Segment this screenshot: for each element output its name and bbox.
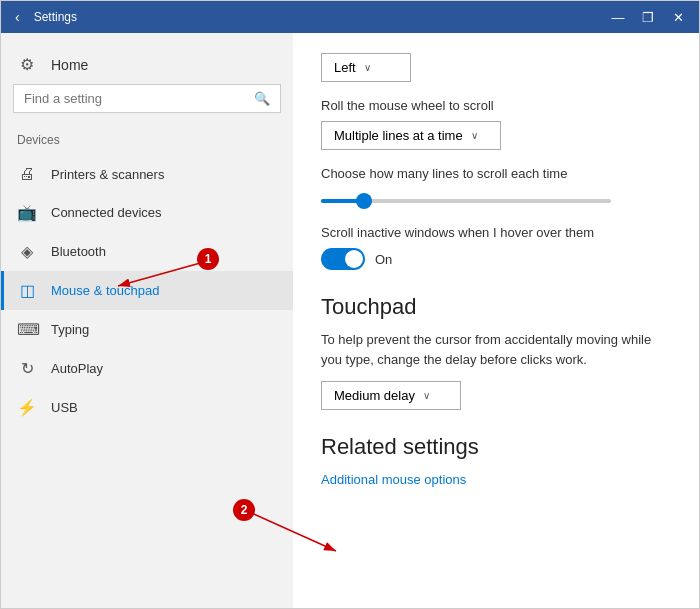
sidebar-item-autoplay[interactable]: ↻ AutoPlay	[1, 349, 293, 388]
window-controls: — ❐ ✕	[605, 7, 691, 27]
inactive-toggle-row: On	[321, 248, 671, 270]
inactive-label: Scroll inactive windows when I hover ove…	[321, 225, 671, 240]
search-icon: 🔍	[254, 91, 270, 106]
scroll-label: Roll the mouse wheel to scroll	[321, 98, 671, 113]
sidebar-item-mouse[interactable]: ◫ Mouse & touchpad	[1, 271, 293, 310]
main-content: Left ∨ Roll the mouse wheel to scroll Mu…	[293, 33, 699, 608]
sidebar-item-typing[interactable]: ⌨ Typing	[1, 310, 293, 349]
home-icon: ⚙	[17, 55, 37, 74]
usb-label: USB	[51, 400, 78, 415]
connected-icon: 📺	[17, 203, 37, 222]
sidebar-item-printers[interactable]: 🖨 Printers & scanners	[1, 155, 293, 193]
printers-label: Printers & scanners	[51, 167, 164, 182]
search-box[interactable]: 🔍	[13, 84, 281, 113]
button-select-dropdown[interactable]: Left ∨	[321, 53, 411, 82]
window-title: Settings	[34, 10, 77, 24]
usb-icon: ⚡	[17, 398, 37, 417]
toggle-state-label: On	[375, 252, 392, 267]
sidebar-item-home[interactable]: ⚙ Home	[1, 45, 293, 84]
button-select-value: Left	[334, 60, 356, 75]
delay-dropdown[interactable]: Medium delay ∨	[321, 381, 461, 410]
section-label: Devices	[1, 129, 293, 155]
bluetooth-label: Bluetooth	[51, 244, 106, 259]
button-select-arrow-icon: ∨	[364, 62, 371, 73]
lines-slider[interactable]	[321, 189, 671, 207]
scroll-option-value: Multiple lines at a time	[334, 128, 463, 143]
content-area: ⚙ Home 🔍 Devices 🖨 Printers & scanners 📺…	[1, 33, 699, 608]
sidebar-item-usb[interactable]: ⚡ USB	[1, 388, 293, 427]
minimize-button[interactable]: —	[605, 7, 631, 27]
bluetooth-icon: ◈	[17, 242, 37, 261]
titlebar: ‹ Settings — ❐ ✕	[1, 1, 699, 33]
titlebar-left: ‹ Settings	[9, 7, 77, 27]
connected-label: Connected devices	[51, 205, 162, 220]
mouse-icon: ◫	[17, 281, 37, 300]
scroll-option-arrow-icon: ∨	[471, 130, 478, 141]
mouse-label: Mouse & touchpad	[51, 283, 159, 298]
typing-label: Typing	[51, 322, 89, 337]
touchpad-title: Touchpad	[321, 294, 671, 320]
autoplay-label: AutoPlay	[51, 361, 103, 376]
sidebar-item-connected[interactable]: 📺 Connected devices	[1, 193, 293, 232]
printers-icon: 🖨	[17, 165, 37, 183]
related-settings-title: Related settings	[321, 434, 671, 460]
sidebar: ⚙ Home 🔍 Devices 🖨 Printers & scanners 📺…	[1, 33, 293, 608]
typing-icon: ⌨	[17, 320, 37, 339]
back-button[interactable]: ‹	[9, 7, 26, 27]
lines-label: Choose how many lines to scroll each tim…	[321, 166, 671, 181]
sidebar-item-bluetooth[interactable]: ◈ Bluetooth	[1, 232, 293, 271]
touchpad-desc: To help prevent the cursor from accident…	[321, 330, 671, 369]
delay-value: Medium delay	[334, 388, 415, 403]
scroll-option-dropdown[interactable]: Multiple lines at a time ∨	[321, 121, 501, 150]
search-input[interactable]	[24, 91, 246, 106]
autoplay-icon: ↻	[17, 359, 37, 378]
toggle-knob	[345, 250, 363, 268]
maximize-button[interactable]: ❐	[635, 7, 661, 27]
inactive-toggle[interactable]	[321, 248, 365, 270]
home-label: Home	[51, 57, 88, 73]
additional-mouse-link[interactable]: Additional mouse options	[321, 472, 466, 487]
delay-arrow-icon: ∨	[423, 390, 430, 401]
slider-thumb[interactable]	[356, 193, 372, 209]
slider-track	[321, 199, 611, 203]
close-button[interactable]: ✕	[665, 7, 691, 27]
